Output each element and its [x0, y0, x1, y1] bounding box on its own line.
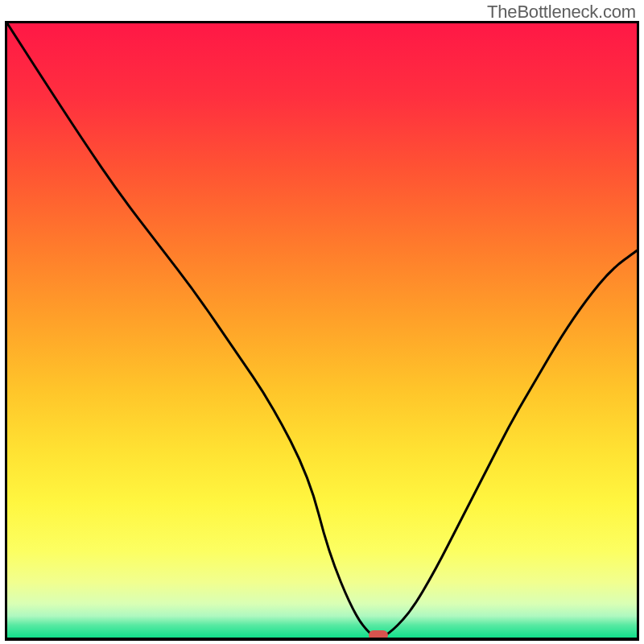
- watermark-text: TheBottleneck.com: [487, 2, 636, 23]
- plot-svg: [7, 23, 637, 638]
- optimal-marker: [369, 630, 388, 640]
- chart-frame: TheBottleneck.com: [0, 0, 644, 644]
- gradient-rect: [7, 23, 637, 638]
- plot-area: [5, 21, 639, 641]
